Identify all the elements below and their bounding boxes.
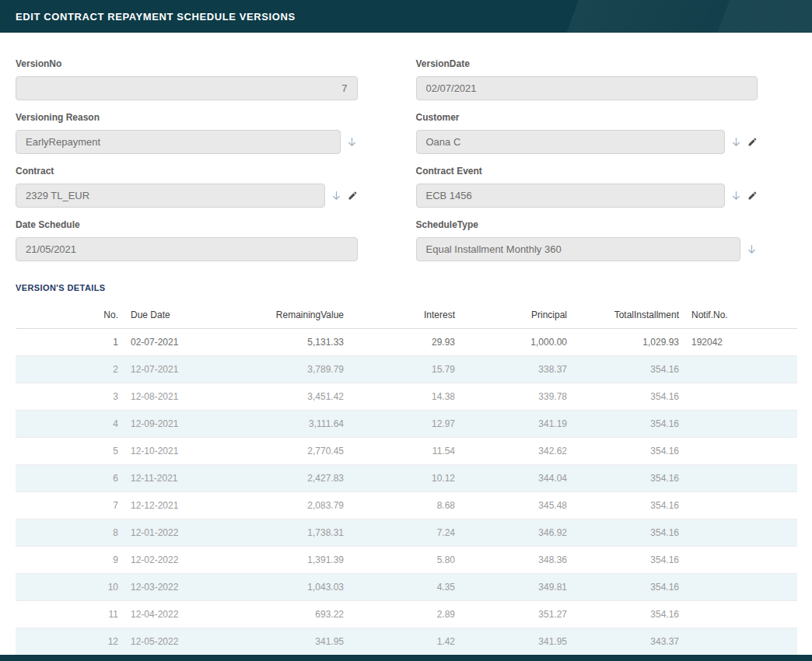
- field-customer: Customer: [416, 112, 758, 154]
- version-no-input[interactable]: [16, 76, 358, 100]
- customer-input[interactable]: [416, 130, 726, 154]
- table-cell: 6: [16, 464, 124, 491]
- edit-pencil-icon[interactable]: [348, 191, 358, 201]
- field-contract-event: Contract Event: [416, 166, 758, 208]
- table-row: 412-09-20213,111.6412.97341.19354.16: [16, 410, 797, 437]
- table-cell: 341.95: [241, 628, 350, 655]
- table-cell: [685, 464, 797, 491]
- column-header-total-installment: TotalInstallment: [573, 302, 685, 328]
- table-cell: 10: [16, 573, 124, 600]
- table-cell: 14.38: [350, 383, 461, 410]
- table-cell: 1,029.93: [573, 328, 685, 355]
- table-row: 312-08-20213,451.4214.38339.78354.16: [16, 383, 797, 410]
- table-cell: 354.16: [573, 519, 685, 546]
- table-cell: 342.62: [461, 437, 573, 464]
- table-cell: [685, 600, 797, 628]
- table-row: 612-11-20212,427.8310.12344.04354.16: [16, 464, 797, 491]
- table-cell: 11: [16, 600, 124, 628]
- table-cell: 351.27: [461, 600, 573, 628]
- dropdown-arrow-icon[interactable]: [730, 190, 742, 201]
- table-row: 1012-03-20221,043.034.35349.81354.16: [16, 573, 797, 600]
- table-cell: 354.16: [573, 437, 685, 464]
- table-cell: [685, 355, 797, 383]
- table-cell: 7: [16, 491, 124, 519]
- schedule-type-input[interactable]: [416, 237, 741, 261]
- schedule-table: No. Due Date RemainingValue Interest Pri…: [16, 302, 797, 656]
- table-cell: 341.19: [461, 410, 573, 437]
- table-cell: 2,427.83: [241, 464, 350, 491]
- field-version-no: VersionNo: [16, 58, 358, 100]
- table-cell: 1,738.31: [241, 519, 350, 546]
- table-cell: [685, 410, 797, 437]
- table-cell: 12-12-2021: [124, 491, 241, 519]
- dropdown-arrow-icon[interactable]: [746, 243, 758, 255]
- column-header-interest: Interest: [350, 302, 461, 328]
- table-cell: 339.78: [461, 383, 573, 410]
- table-cell: 338.37: [461, 355, 573, 383]
- table-row: 1112-04-2022693.222.89351.27354.16: [16, 600, 797, 628]
- table-cell: 12-02-2022: [124, 546, 241, 573]
- table-cell: 354.16: [573, 383, 685, 410]
- table-cell: 12.97: [350, 410, 461, 437]
- column-header-notif-no: Notif.No.: [685, 302, 797, 328]
- contract-event-label: Contract Event: [416, 166, 758, 177]
- table-cell: 5,131.33: [241, 328, 350, 355]
- table-cell: 344.04: [461, 464, 573, 491]
- column-header-no: No.: [16, 302, 124, 328]
- contract-input[interactable]: [16, 184, 325, 208]
- table-cell: 354.16: [573, 355, 685, 383]
- table-cell: 3,451.42: [241, 383, 350, 410]
- dropdown-arrow-icon[interactable]: [331, 190, 342, 201]
- column-header-due-date: Due Date: [124, 302, 241, 328]
- field-contract: Contract: [16, 166, 358, 208]
- table-cell: 12-10-2021: [124, 437, 241, 464]
- table-cell: 5: [16, 437, 124, 464]
- table-cell: [685, 628, 797, 655]
- table-cell: 9: [16, 546, 124, 573]
- table-cell: 354.16: [573, 573, 685, 600]
- schedule-table-wrap: No. Due Date RemainingValue Interest Pri…: [0, 292, 812, 656]
- field-date-schedule: Date Schedule: [16, 219, 358, 261]
- table-cell: 12-04-2022: [124, 600, 241, 628]
- date-schedule-label: Date Schedule: [16, 219, 358, 230]
- contract-event-input[interactable]: [416, 184, 726, 208]
- dropdown-arrow-icon[interactable]: [730, 136, 742, 148]
- header-bar: EDIT CONTRACT REPAYMENT SCHEDULE VERSION…: [0, 0, 812, 33]
- table-cell: 4.35: [350, 573, 461, 600]
- table-cell: 15.79: [350, 355, 461, 383]
- table-cell: 12-09-2021: [124, 410, 241, 437]
- table-cell: 10.12: [350, 464, 461, 491]
- table-cell: 3,111.64: [241, 410, 350, 437]
- customer-label: Customer: [416, 112, 758, 123]
- table-cell: [685, 573, 797, 600]
- version-date-input[interactable]: [416, 76, 758, 100]
- table-cell: 12-07-2021: [124, 355, 241, 383]
- version-date-label: VersionDate: [416, 58, 758, 69]
- table-cell: 354.16: [573, 546, 685, 573]
- table-cell: 346.92: [461, 519, 573, 546]
- table-cell: 354.16: [573, 410, 685, 437]
- table-cell: 5.80: [350, 546, 461, 573]
- table-cell: 12-03-2022: [124, 573, 241, 600]
- versioning-reason-input[interactable]: [16, 130, 341, 154]
- edit-pencil-icon[interactable]: [747, 137, 758, 147]
- table-row: 212-07-20213,789.7915.79338.37354.16: [16, 355, 797, 383]
- edit-pencil-icon[interactable]: [747, 191, 758, 201]
- date-schedule-input[interactable]: [16, 237, 358, 261]
- table-cell: 4: [16, 410, 124, 437]
- field-schedule-type: ScheduleType: [416, 219, 758, 261]
- table-cell: 354.16: [573, 600, 685, 628]
- table-header-row: No. Due Date RemainingValue Interest Pri…: [16, 302, 797, 328]
- table-cell: 192042: [685, 328, 797, 355]
- versioning-reason-label: Versioning Reason: [16, 112, 358, 123]
- field-versioning-reason: Versioning Reason: [16, 112, 358, 154]
- table-cell: [685, 437, 797, 464]
- table-cell: 1.42: [350, 628, 461, 655]
- table-cell: 3: [16, 383, 124, 410]
- table-row: 512-10-20212,770.4511.54342.62354.16: [16, 437, 797, 464]
- table-cell: 3,789.79: [241, 355, 350, 383]
- table-cell: 345.48: [461, 491, 573, 519]
- table-cell: 343.37: [573, 628, 685, 655]
- table-cell: 341.95: [461, 628, 573, 655]
- dropdown-arrow-icon[interactable]: [346, 136, 358, 148]
